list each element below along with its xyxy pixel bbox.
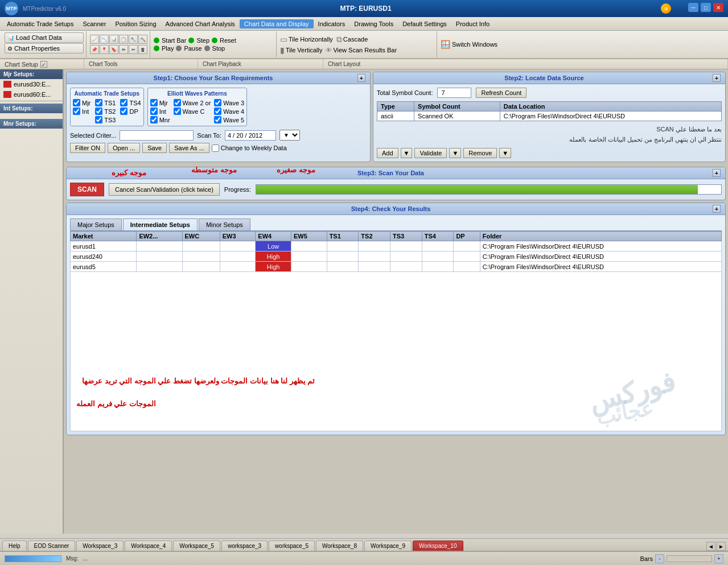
menu-item-automatic-trade-setups[interactable]: Automatic Trade Setups — [2, 19, 78, 28]
tab-help[interactable]: Help — [2, 541, 27, 551]
tab-nav-next[interactable]: ► — [717, 542, 726, 551]
tool-icon-1[interactable]: 📈 — [90, 35, 99, 44]
tool-icon-9[interactable]: 🔖 — [109, 45, 118, 54]
step4-expand-btn[interactable]: + — [713, 205, 721, 213]
cancel-scan-button[interactable]: Cancel Scan/Validation (click twice) — [109, 183, 220, 196]
menu-item-default-settings[interactable]: Default Settings — [398, 19, 451, 28]
checkbox-dp[interactable] — [120, 108, 127, 115]
tab-nav-prev[interactable]: ◄ — [706, 542, 715, 551]
selected-criter-input[interactable] — [120, 130, 194, 141]
chart-properties-button[interactable]: ⚙ Chart Properties — [5, 43, 84, 53]
sidebar-item-eurusd60[interactable]: eurusd60:E... — [0, 89, 63, 100]
radio-play[interactable] — [154, 46, 159, 51]
zoom-in-button[interactable]: + — [714, 554, 723, 563]
validate-button[interactable]: Validate — [414, 148, 447, 158]
refresh-count-button[interactable]: Refresh Count — [476, 88, 527, 98]
menu-item-position-sizing[interactable]: Position Sizing — [110, 19, 161, 28]
radio-pause[interactable] — [176, 46, 182, 51]
step2-buttons: Add ▼ Validate ▼ Remove ▼ — [377, 148, 722, 158]
step1-expand-btn[interactable]: + — [357, 74, 365, 82]
radio-reset[interactable] — [212, 38, 217, 43]
results-row-1[interactable]: eurusd240HighC:\Program Files\WindsorDir… — [71, 251, 722, 262]
remove-button[interactable]: Remove — [463, 148, 497, 158]
tool-icon-7[interactable]: 📌 — [90, 45, 99, 54]
validate-dropdown[interactable]: ▼ — [449, 148, 461, 158]
tab-eod-scanner[interactable]: EOD Scanner — [28, 541, 76, 551]
save-button[interactable]: Save — [142, 143, 167, 153]
step3-expand-btn[interactable]: + — [713, 169, 721, 177]
cell-0-0: eurusd1 — [71, 241, 137, 251]
results-row-0[interactable]: eurusd1LowC:\Program Files\WindsorDirect… — [71, 241, 722, 251]
checkbox-wave4[interactable] — [214, 108, 221, 115]
cell-1-5 — [291, 251, 327, 262]
checkbox-wave3[interactable] — [214, 99, 221, 106]
main-content: Step1: Choose Your Scan Requirements + A… — [64, 69, 728, 534]
radio-start-bar[interactable] — [154, 38, 159, 43]
tool-icon-3[interactable]: 📊 — [109, 35, 118, 44]
results-row-2[interactable]: eurusd5HighC:\Program Files\WindsorDirec… — [71, 262, 722, 272]
load-chart-data-button[interactable]: 📊 Load Chart Data — [5, 32, 84, 43]
menu-item-product-info[interactable]: Product Info — [451, 19, 494, 28]
sidebar-item-eurusd30[interactable]: eurusd30:E... — [0, 79, 63, 89]
scan-button[interactable]: SCAN — [70, 183, 104, 196]
zoom-slider[interactable] — [667, 555, 712, 562]
tab-workspace-5b[interactable]: workspace_5 — [269, 541, 315, 551]
tool-icon-8[interactable]: 📍 — [100, 45, 109, 54]
chart-setup-expand[interactable]: ✓ — [40, 61, 47, 68]
remove-dropdown[interactable]: ▼ — [499, 148, 511, 158]
tab-workspace-3[interactable]: Workspace_3 — [76, 541, 124, 551]
tab-workspace-10[interactable]: Workspace_10 — [413, 541, 463, 551]
checkbox-mnr[interactable] — [150, 116, 158, 123]
ckbox-elliott-left: Mjr Int Mnr — [150, 99, 170, 123]
checkbox-mjr[interactable] — [73, 99, 80, 106]
tab-workspace-5[interactable]: Workspace_5 — [173, 541, 220, 551]
tab-minor-setups[interactable]: Minor Setups — [199, 218, 250, 230]
menu-item-indicators[interactable]: Indicators — [314, 19, 350, 28]
menu-item-chart-data-display[interactable]: Chart Data and Display — [240, 19, 314, 28]
close-button[interactable]: ✕ — [713, 3, 723, 12]
total-symbol-count-input[interactable] — [437, 88, 471, 98]
maximize-button[interactable]: □ — [701, 3, 711, 12]
tool-icon-11[interactable]: ✂ — [129, 45, 138, 54]
checkbox-mjr-e[interactable] — [150, 99, 158, 106]
tool-icon-4[interactable]: 📋 — [119, 35, 128, 44]
radio-step[interactable] — [188, 38, 194, 43]
checkbox-wavec[interactable] — [174, 108, 181, 115]
menu-item-advanced-chart-analysis[interactable]: Advanced Chart Analysis — [161, 19, 240, 28]
tab-major-setups[interactable]: Major Setups — [70, 218, 122, 230]
minimize-button[interactable]: ─ — [688, 3, 698, 12]
tool-icon-2[interactable]: 📉 — [100, 35, 109, 44]
scan-date-input[interactable]: 4 / 20 / 2012 — [225, 130, 276, 141]
title-bar: MTP MTPredictor v6.0 MTP: EURUSD1 ⊞ ─ □ … — [0, 0, 728, 17]
filter-on-button[interactable]: Filter ON — [70, 143, 105, 153]
tool-icon-10[interactable]: ✏ — [119, 45, 128, 54]
checkbox-wave2or[interactable] — [174, 99, 181, 106]
menu-item-scanner[interactable]: Scanner — [78, 19, 110, 28]
checkbox-wave5[interactable] — [214, 116, 221, 123]
tab-workspace-8[interactable]: Workspace_8 — [316, 541, 363, 551]
tab-workspace-9[interactable]: Workspace_9 — [364, 541, 412, 551]
checkbox-ts2[interactable] — [95, 108, 102, 115]
checkbox-ts4[interactable] — [120, 99, 127, 106]
menu-item-drawing-tools[interactable]: Drawing Tools — [349, 19, 398, 28]
tool-icon-5[interactable]: 🔧 — [129, 35, 138, 44]
zoom-out-button[interactable]: - — [655, 554, 664, 563]
tool-icon-6[interactable]: 🔨 — [138, 35, 147, 44]
tab-workspace-3b[interactable]: workspace_3 — [221, 541, 268, 551]
checkbox-ts1[interactable] — [95, 99, 102, 106]
scan-date-dropdown[interactable]: ▼ — [279, 130, 300, 141]
checkbox-int[interactable] — [73, 108, 80, 115]
tool-icon-12[interactable]: 🗑 — [138, 45, 147, 54]
change-weekly-checkbox[interactable] — [212, 145, 219, 152]
add-dropdown[interactable]: ▼ — [401, 148, 413, 158]
checkbox-int-e[interactable] — [150, 108, 158, 115]
radio-stop[interactable] — [204, 46, 210, 51]
checkbox-ts3[interactable] — [95, 116, 102, 123]
tab-intermediate-setups[interactable]: Intermediate Setups — [123, 218, 198, 230]
step2-expand-btn[interactable]: + — [713, 74, 721, 82]
tab-workspace-4[interactable]: Workspace_4 — [125, 541, 172, 551]
open-button[interactable]: Open ... — [108, 143, 140, 153]
save-as-button[interactable]: Save As ... — [169, 143, 209, 153]
int-setups-spacer — [0, 113, 63, 117]
add-button[interactable]: Add — [377, 148, 398, 158]
